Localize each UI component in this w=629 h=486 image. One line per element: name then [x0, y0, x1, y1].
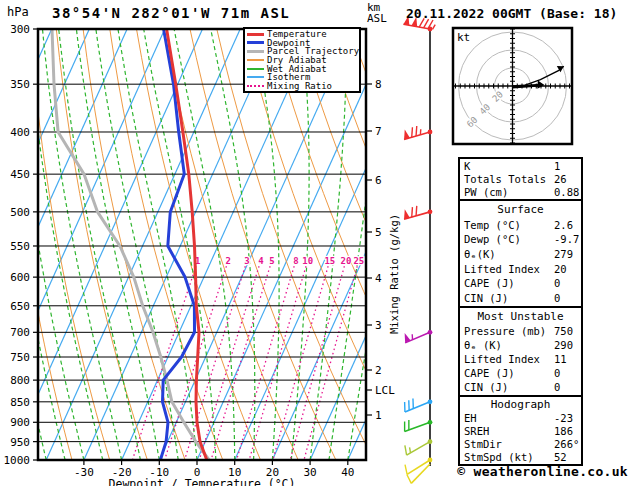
mixing-ratio-line [211, 262, 272, 460]
altitude-axis-unit-asl: ASL [367, 13, 387, 24]
hodograph-section: Hodograph EH-23SREH186StmDir266°StmSpd (… [458, 395, 583, 466]
pressure-tick-label: 450 [10, 168, 30, 181]
metric-row: EH-23 [464, 412, 581, 424]
station-title: 38°54'N 282°01'W 71m ASL [52, 5, 290, 21]
legend-line-sample [247, 41, 264, 44]
wind-barb-pennant [404, 209, 410, 219]
mixing-ratio-label: 5 [269, 256, 274, 266]
pressure-tick-label: 800 [10, 374, 30, 387]
wind-barb-feather [405, 465, 407, 475]
metric-row: StmSpd (kt)52 [464, 451, 581, 463]
metric-row: CAPE (J)0 [464, 277, 581, 289]
metric-row: Totals Totals26 [464, 173, 581, 185]
metric-row: Lifted Index20 [464, 263, 581, 275]
legend-line-sample [247, 85, 264, 87]
legend-item-label: Mixing Ratio [267, 81, 332, 91]
km-axis-tick-label: 3 [375, 319, 382, 332]
metric-value: 1 [554, 160, 560, 172]
wind-barb-feather [407, 474, 411, 483]
pressure-tick-label: 700 [10, 326, 30, 339]
altitude-axis-unit: km ASL [367, 2, 387, 24]
temp-axis-title: Dewpoint / Temperature (°C) [109, 477, 296, 486]
pressure-tick-label: 400 [10, 126, 30, 139]
metric-row: SREH186 [464, 425, 581, 437]
mixing-ratio-label: 15 [324, 256, 335, 266]
legend-line-sample [247, 59, 264, 61]
isotherm-line [197, 29, 391, 460]
metric-row: K1 [464, 160, 581, 172]
wind-barb-feather [405, 445, 407, 455]
metric-value: -9.7 [554, 233, 579, 245]
wind-barb-feather [416, 126, 417, 136]
metric-label: CIN (J) [464, 381, 508, 393]
metric-label: Temp (°C) [464, 219, 521, 231]
metric-label: CIN (J) [464, 292, 508, 304]
legend-line-sample [247, 50, 264, 53]
metric-label: θₑ(K) [464, 248, 496, 260]
mixing-ratio-label: 3 [244, 256, 249, 266]
hodograph-section-title: Hodograph [464, 398, 581, 411]
wind-barb-staff [405, 332, 430, 343]
dry-adiabat-line [217, 29, 374, 460]
temp-axis-tick-label: 30 [303, 466, 316, 479]
wind-barb-half-feather [432, 25, 435, 30]
metric-label: Pressure (mb) [464, 325, 546, 337]
metric-value: 20 [554, 263, 567, 275]
metric-row: θₑ(K)279 [464, 248, 581, 260]
mixing-ratio-line [290, 262, 345, 460]
km-axis-tick-label: 4 [375, 272, 382, 285]
metric-value: 279 [554, 248, 573, 260]
km-axis-tick-label: 8 [375, 78, 382, 91]
metric-label: CAPE (J) [464, 277, 515, 289]
km-axis-tick-label: 6 [375, 174, 382, 187]
temp-axis-tick-label: 40 [341, 466, 354, 479]
indices-section: K1Totals Totals26PW (cm)0.88 [458, 157, 583, 201]
mixing-ratio-label: 8 [293, 256, 298, 266]
chart-legend: TemperatureDewpointParcel TrajectoryDry … [243, 27, 361, 93]
mixing-ratio-label: 25 [353, 256, 364, 266]
mixing-ratio-line [185, 262, 247, 460]
metric-row: Pressure (mb)750 [464, 325, 581, 337]
lcl-label: LCL [375, 384, 395, 397]
mixing-ratio-label: 2 [226, 256, 231, 266]
most-unstable-section: Most Unstable Pressure (mb)750θₑ (K)290L… [458, 306, 583, 397]
pressure-tick-label: 500 [10, 206, 30, 219]
wind-barb-half-feather [410, 447, 411, 452]
pressure-tick-label: 850 [10, 396, 30, 409]
mixing-ratio-label: 4 [258, 256, 264, 266]
storm-motion-arrow [513, 85, 541, 87]
legend-line-sample [247, 68, 264, 70]
mixing-ratio-line [273, 262, 330, 460]
metric-value: -23 [554, 412, 573, 424]
hodograph-unit-label: kt [457, 31, 470, 44]
wind-barb-column [403, 16, 435, 484]
metric-value: 52 [554, 451, 567, 463]
mixing-ratio-axis-title: Mixing Ratio (g/kg) [388, 214, 400, 334]
datetime-title: 20.11.2022 00GMT (Base: 18) [406, 6, 617, 21]
pressure-axis-unit: hPa [7, 5, 29, 19]
metric-value: 0 [554, 292, 560, 304]
km-axis-tick-label: 1 [375, 409, 382, 422]
metric-value: 0.88 [554, 186, 579, 198]
dry-adiabat-line [190, 29, 336, 460]
metric-row: CIN (J)0 [464, 292, 581, 304]
metric-value: 0 [554, 367, 560, 379]
legend-item: Mixing Ratio [247, 82, 357, 90]
legend-line-sample [247, 76, 264, 78]
wind-barb-pennant [404, 129, 410, 139]
pressure-tick-label: 650 [10, 300, 30, 313]
wet-adiabat-line [310, 29, 347, 460]
mixing-ratio-line [237, 262, 296, 460]
metric-label: SREH [464, 425, 489, 437]
isotherm-line [272, 29, 466, 460]
metric-label: Dewp (°C) [464, 233, 521, 245]
metric-row: PW (cm)0.88 [464, 186, 581, 198]
metric-label: EH [464, 412, 477, 424]
metric-value: 750 [554, 325, 573, 337]
isotherm-line [159, 29, 353, 460]
skewt-sounding-page: 3003504004505005506006507007508008509009… [0, 0, 629, 486]
temp-axis-tick-label: -30 [74, 466, 94, 479]
metric-label: K [464, 160, 470, 172]
wind-barb-staff [411, 464, 430, 483]
pressure-tick-label: 600 [10, 271, 30, 284]
